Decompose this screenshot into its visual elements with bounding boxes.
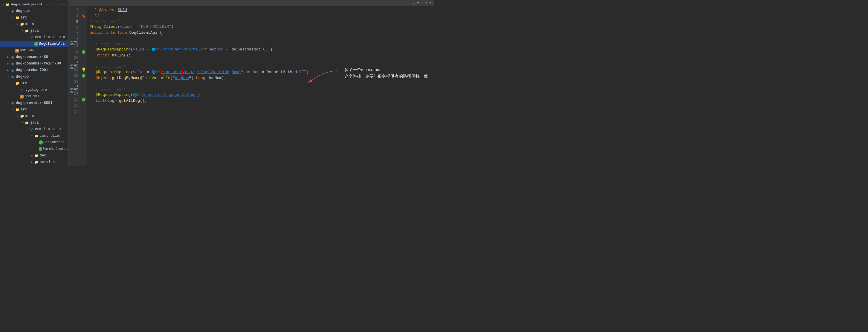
tree-arrow: ▾	[11, 108, 15, 111]
bulb-icon: 💡	[81, 67, 86, 72]
tree-item-main-api[interactable]: ▾ 📁 main	[0, 21, 68, 28]
ok-badge: ✓ 1	[422, 1, 427, 5]
tree-item-src-api[interactable]: ▾ 📁 src	[0, 14, 68, 21]
callout-line2: 这个路径一定要与服务提供者的路径保持一致	[344, 73, 428, 79]
callout-arrow	[306, 69, 341, 87]
module-icon: ▣	[10, 75, 15, 79]
gutter-item	[81, 103, 87, 109]
tree-label: controller	[40, 134, 61, 138]
gutter-item	[81, 61, 87, 67]
tree-item-main-prov[interactable]: ▾ 📁 main	[0, 113, 68, 120]
folder-icon: 📁	[34, 134, 39, 138]
tree-item-dog-po[interactable]: ▾ ▣ dog-po	[0, 73, 68, 80]
tree-label: DogController	[43, 140, 68, 144]
module-icon: ▣	[10, 62, 15, 66]
tree-arrow: ▶	[30, 154, 34, 157]
tree-item-controller[interactable]: ▾ 📁 controller	[0, 133, 68, 139]
tree-root-label: dog-cloud-parent ~/study/ideaStudy/ideaS…	[11, 3, 68, 6]
tree-item-package-api[interactable]: ▾ ⬡ com.liu.susu.api	[0, 34, 68, 41]
tree-arrow: ▾	[25, 36, 29, 39]
module-icon: ▣	[10, 101, 15, 105]
tree-label: com.liu.susu	[35, 127, 61, 131]
code-line-16: public interface DogClientApi {	[90, 30, 434, 36]
code-line-26	[90, 104, 434, 110]
file-tree[interactable]: ▾ 📁 dog-cloud-parent ~/study/ideaStudy/i…	[0, 0, 69, 166]
code-line-14: */	[90, 13, 434, 19]
gutter-item: 💡	[81, 67, 87, 73]
tree-label: dao	[40, 154, 46, 158]
package-icon: ⬡	[29, 128, 34, 131]
tree-arrow: ▾	[6, 9, 10, 13]
tree-arrow: ▾	[16, 114, 20, 118]
tree-label: pom.xml	[20, 48, 35, 53]
tree-arrow: ▾	[16, 23, 20, 26]
folder-icon: 📁	[15, 108, 20, 112]
tree-label: src	[21, 107, 27, 112]
tree-item-dog-provider-app[interactable]: DogProviderApp8001	[0, 165, 68, 166]
tree-item-package-prov[interactable]: ▾ ⬡ com.liu.susu	[0, 126, 68, 133]
tree-label: .gitignore	[25, 88, 47, 92]
tree-arrow: ▾	[11, 81, 15, 85]
module-icon: ▣	[10, 9, 15, 13]
tree-arrow: ▾	[25, 128, 29, 131]
code-line-13: * @Author SUSU	[90, 7, 434, 13]
tree-item-dog-consumer-feign-80[interactable]: ▶ ▣ dog-consumer-feign-80	[0, 60, 68, 67]
code-line-27	[90, 110, 434, 116]
module-icon: ▣	[10, 55, 15, 59]
tree-arrow: ▾	[1, 3, 5, 6]
tree-label: dog-api	[16, 9, 31, 13]
class-icon	[39, 147, 42, 151]
usage-hint-18: 1 usage new *	[90, 42, 434, 46]
tree-item-dog-client-api[interactable]: DogClientApi	[0, 41, 68, 47]
gutter-green	[82, 50, 86, 54]
tree-item-service[interactable]: ▶ 📁 service	[0, 159, 68, 165]
tree-item-dog-controller[interactable]: DogController	[0, 139, 68, 146]
tree-item-gitignore[interactable]: 🗋 .gitignore	[0, 87, 68, 93]
tree-item-pom-api[interactable]: m pom.xml	[0, 47, 68, 54]
tree-item-java-prov[interactable]: ▾ 📁 java	[0, 120, 68, 126]
folder-icon: 📁	[15, 81, 20, 86]
gutter-item	[81, 43, 87, 49]
tree-item-dao[interactable]: ▶ 📁 dao	[0, 152, 68, 159]
gutter-item	[81, 79, 87, 85]
code-line-24: @RequestMapping( 🌐∨ "/consumer/dog/getAl…	[90, 92, 434, 98]
tree-arrow: ▶	[6, 62, 10, 65]
tree-label: java	[30, 121, 39, 125]
tree-item-src-prov[interactable]: ▾ 📁 src	[0, 106, 68, 113]
tree-item-dog-api[interactable]: ▾ ▣ dog-api	[0, 8, 68, 14]
tree-item-java-api[interactable]: ▾ 📁 java	[0, 28, 68, 34]
gutter-green	[82, 98, 86, 101]
code-editor[interactable]: * @Author SUSU */ 2 usages new * @FeignC…	[87, 7, 434, 166]
tree-label: pom.xml	[25, 94, 39, 99]
tree-label: dog-eureka-7001	[16, 68, 48, 72]
interface-icon	[34, 42, 38, 46]
tree-root[interactable]: ▾ 📁 dog-cloud-parent ~/study/ideaStudy/i…	[0, 1, 68, 8]
tree-label: com.liu.susu.api	[35, 35, 68, 39]
code-line-15: @FeignClient(value = "DOG-PROVIDER")	[90, 24, 434, 30]
tree-arrow: ▶	[6, 68, 10, 72]
callout-text: 多了一个/consumer, 这个路径一定要与服务提供者的路径保持一致	[344, 66, 428, 80]
tree-arrow: ▾	[11, 16, 15, 20]
tree-item-dog-consumer-80[interactable]: ▶ ▣ dog-consumer-80	[0, 54, 68, 60]
folder-icon: 📁	[20, 114, 25, 118]
tree-item-pom-po[interactable]: m pom.xml	[0, 93, 68, 100]
code-line-20	[90, 59, 434, 65]
tree-item-dog-provider-8001[interactable]: ▾ ▣ dog-provider-8001	[0, 100, 68, 106]
tree-label: EurekaController	[43, 147, 68, 151]
tree-arrow: ▾	[6, 75, 10, 78]
code-line-17	[90, 36, 434, 42]
tree-arrow: ▾	[20, 121, 25, 125]
tree-item-eureka-controller[interactable]: EurekaController	[0, 146, 68, 152]
tree-arrow: ▶	[6, 55, 10, 59]
tree-arrow: ▾	[20, 29, 25, 33]
gutter-item	[81, 31, 87, 37]
code-line-25: List<Dog> getAllDog();	[90, 98, 434, 104]
tree-label: DogClientApi	[39, 42, 65, 46]
tree-label: service	[40, 160, 55, 164]
gutter: 🔖 💡	[81, 7, 87, 166]
folder-icon: 📁	[25, 29, 29, 33]
editor-main: 13 14 15 16 17 1 usagenew * 18 19 20 1 u…	[69, 7, 434, 166]
tree-item-src-po[interactable]: ▾ 📁 src	[0, 80, 68, 87]
gutter-item	[81, 97, 87, 103]
tree-item-dog-eureka-7001[interactable]: ▶ ▣ dog-eureka-7001	[0, 67, 68, 73]
